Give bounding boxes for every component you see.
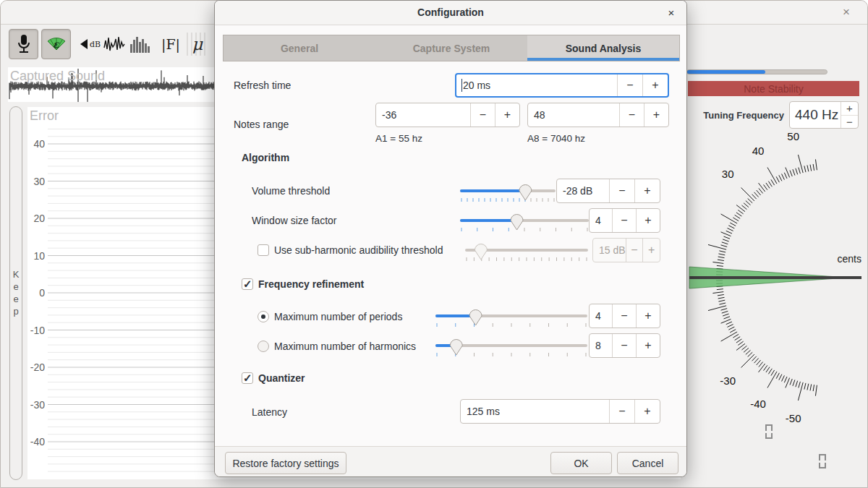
waveform-icon [103,35,127,53]
subharmonic-label: Use sub-harmonic audibility threshold [274,244,443,256]
fourier-view-icon[interactable]: |F| [158,33,183,56]
microphone-toggle-button[interactable] [9,29,38,59]
notes-range-low-hint: A1 = 55 hz [375,133,422,144]
frequency-refinement-heading: Frequency refinement [258,278,364,290]
volume-db-icon[interactable]: dB [75,33,103,56]
notes-range-low-spinbox[interactable]: -36 − + [375,103,520,127]
notes-range-low-decrement-button[interactable]: − [470,103,495,127]
max-harmonics-increment-button[interactable]: + [636,334,660,357]
tuning-frequency-increment-button[interactable]: + [841,102,858,116]
window-size-factor-label: Window size factor [252,215,336,226]
svg-text:20: 20 [33,213,45,224]
svg-text:-10: -10 [30,325,45,336]
max-harmonics-label: Maximum number of harmonics [274,341,416,352]
subharmonic-checkbox[interactable] [258,244,269,256]
max-periods-label: Maximum number of periods [274,311,402,322]
notes-range-low-increment-button[interactable]: + [495,103,519,127]
tab-sound-analysis[interactable]: Sound Analysis [527,35,679,61]
volume-threshold-value[interactable]: -28 dB [557,179,609,202]
notes-range-high-decrement-button[interactable]: − [619,103,644,127]
tuning-frequency-decrement-button[interactable]: − [841,116,858,129]
svg-text:-40: -40 [30,436,45,448]
app-logo-icon: ε [46,35,67,53]
fourier-label: |F| [161,36,180,52]
refresh-time-spinbox[interactable]: 20 ms − + [455,73,669,98]
max-periods-slider[interactable] [435,309,588,330]
latency-spinbox[interactable]: 125 ms − + [460,399,660,424]
waveform-view-icon[interactable] [103,33,127,56]
refresh-time-decrement-button[interactable]: − [617,74,642,96]
tab-capture-system[interactable]: Capture System [375,35,527,61]
dialog-tabbar: General Capture System Sound Analysis [223,35,680,61]
latency-increment-button[interactable]: + [634,400,660,423]
restore-factory-settings-button[interactable]: Restore factory settings [225,452,346,474]
tuning-frequency-value[interactable]: 440 Hz [790,102,841,128]
latency-value[interactable]: 125 ms [461,400,609,423]
max-periods-value[interactable]: 4 [590,304,612,328]
quantizer-checkbox[interactable] [242,372,253,384]
dialog-titlebar[interactable]: Configuration × [215,1,686,25]
tab-general-label: General [281,43,318,54]
svg-text:50: 50 [787,130,799,142]
app-logo-toggle-button[interactable]: ε [41,29,71,59]
gauge-tick-labels: 304050-30-40-50 [720,130,801,424]
dialog-close-icon[interactable]: × [663,5,679,21]
keep-button[interactable]: Keep [9,106,22,480]
notes-range-high-increment-button[interactable]: + [644,103,668,127]
max-periods-spinbox[interactable]: 4 − + [589,304,660,328]
gauge-ticks [704,155,817,401]
tuning-frequency-label: Tuning Frequency [688,110,784,121]
subharmonic-value: 15 dB [593,239,626,262]
max-harmonics-decrement-button[interactable]: − [612,334,636,357]
ok-button[interactable]: OK [550,452,612,474]
frequency-refinement-checkbox[interactable] [242,278,253,290]
notes-range-label: Notes range [234,119,289,130]
subharmonic-decrement-button: − [626,239,643,262]
tab-capture-system-label: Capture System [413,43,490,54]
speaker-icon [77,38,89,50]
microphone-icon [16,34,32,54]
volume-threshold-decrement-button[interactable]: − [609,179,634,202]
window-size-factor-value[interactable]: 4 [590,209,612,232]
max-harmonics-value[interactable]: 8 [590,334,612,357]
volume-threshold-spinbox[interactable]: -28 dB − + [556,179,660,203]
notes-range-high-value[interactable]: 48 [528,103,619,127]
max-periods-increment-button[interactable]: + [636,304,660,328]
tab-general[interactable]: General [224,35,375,61]
svg-text:-40: -40 [750,398,766,410]
latency-label: Latency [252,406,287,418]
latency-decrement-button[interactable]: − [609,400,634,423]
window-size-factor-increment-button[interactable]: + [636,209,660,232]
tab-sound-analysis-label: Sound Analysis [566,43,642,54]
volume-progressbar [686,69,827,74]
max-periods-decrement-button[interactable]: − [612,304,636,328]
window-size-factor-decrement-button[interactable]: − [612,209,636,232]
dialog-title: Configuration [215,1,686,25]
statistics-view-icon[interactable]: μ [187,33,208,56]
max-harmonics-spinbox[interactable]: 8 − + [589,333,660,358]
subharmonic-spinbox: 15 dB − + [592,238,660,262]
cancel-button[interactable]: Cancel [617,452,678,474]
volume-threshold-increment-button[interactable]: + [634,179,660,202]
max-periods-radio[interactable] [258,311,269,322]
max-harmonics-slider[interactable] [435,338,588,360]
notes-range-high-spinbox[interactable]: 48 − + [527,103,669,127]
svg-text:30: 30 [33,176,45,187]
svg-text:-30: -30 [30,399,45,411]
volume-threshold-slider[interactable] [459,184,556,205]
captured-sound-title: Captured Sound [10,69,105,84]
segment-digit [765,424,773,439]
main-window-close-icon[interactable]: × [838,4,854,20]
refresh-time-increment-button[interactable]: + [642,74,668,96]
dialog-action-bar: Restore factory settings OK Cancel [215,446,686,476]
notes-range-low-value[interactable]: -36 [376,103,470,127]
tuning-frequency-spinbox[interactable]: 440 Hz + − [789,101,859,129]
window-size-factor-slider[interactable] [459,213,590,235]
mu-label: μ [192,35,203,53]
volume-progressbar-fill [687,70,765,74]
spectrum-view-icon[interactable] [129,33,152,56]
db-label: dB [90,40,101,49]
window-size-factor-spinbox[interactable]: 4 − + [589,208,660,233]
refresh-time-value[interactable]: 20 ms [462,74,617,96]
max-harmonics-radio[interactable] [258,341,269,352]
